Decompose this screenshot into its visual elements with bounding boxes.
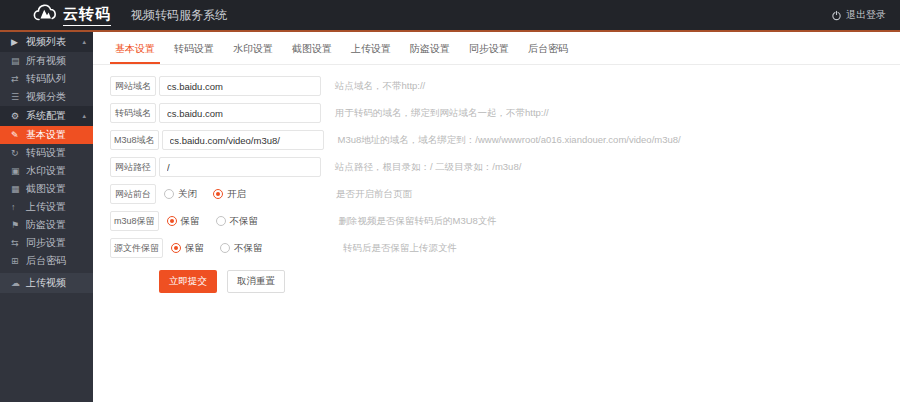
tab-screenshot-settings[interactable]: 截图设置 <box>287 38 337 64</box>
m3u8-domain-hint: M3u8地址的域名，域名绑定到：/www/wwwroot/a016.xiando… <box>338 134 681 147</box>
radio-site-front-on[interactable]: 开启 <box>213 188 246 201</box>
cloud-upload-icon: ☁ <box>11 278 24 288</box>
password-icon: ⊞ <box>11 256 24 266</box>
source-keep-label: 源文件保留 <box>110 238 163 258</box>
category-icon: ☰ <box>11 92 24 102</box>
sidebar-item-upload-video[interactable]: ☁ 上传视频 <box>0 273 93 293</box>
sidebar-item-screenshot-settings[interactable]: ▦ 截图设置 <box>0 180 93 198</box>
tab-transcode-settings[interactable]: 转码设置 <box>169 38 219 64</box>
radio-site-front-off[interactable]: 关闭 <box>164 188 197 201</box>
transcode-domain-hint: 用于转码的域名，绑定到网站域名一起，不带http:// <box>335 107 549 120</box>
submit-button[interactable]: 立即提交 <box>159 270 217 293</box>
logout-button[interactable]: 退出登录 <box>831 8 900 22</box>
watermark-icon: ▣ <box>11 166 24 176</box>
sidebar-item-transcode-settings[interactable]: ↻ 转码设置 <box>0 144 93 162</box>
source-keep-hint: 转码后是否保留上传源文件 <box>343 242 457 255</box>
radio-icon <box>164 189 174 199</box>
tab-watermark-settings[interactable]: 水印设置 <box>228 38 278 64</box>
sidebar-item-watermark-settings[interactable]: ▣ 水印设置 <box>0 162 93 180</box>
site-path-input[interactable] <box>159 157 321 177</box>
queue-icon: ⇄ <box>11 74 24 84</box>
sidebar-item-transcode-queue[interactable]: ⇄ 转码队列 <box>0 70 93 88</box>
form-row-site-front: 网站前台 关闭 开启 是否开启前台页面 <box>110 184 900 204</box>
radio-icon <box>213 189 223 199</box>
form-row-site-path: 网站路径 站点路径，根目录如：/ 二级目录如：/m3u8/ <box>110 157 900 177</box>
app-title: 视频转码服务系统 <box>131 7 227 24</box>
topbar: 云转码 视频转码服务系统 退出登录 <box>0 0 900 32</box>
chevron-up-icon: ▴ <box>82 38 86 46</box>
m3u8-keep-radio-group: 保留 不保留 <box>167 215 325 228</box>
edit-icon: ✎ <box>11 130 24 140</box>
tab-hotlink-settings[interactable]: 防盗设置 <box>405 38 455 64</box>
logo-text: 云转码 <box>63 5 111 26</box>
m3u8-domain-label: M3u8域名 <box>110 130 159 150</box>
reset-button[interactable]: 取消重置 <box>227 270 285 293</box>
site-domain-label: 网站域名 <box>110 76 156 96</box>
upload-icon: ↑ <box>11 202 24 212</box>
site-domain-hint: 站点域名，不带http:// <box>335 80 425 93</box>
radio-icon <box>171 243 181 253</box>
basic-settings-form: 网站域名 站点域名，不带http:// 转码域名 用于转码的域名，绑定到网站域名… <box>93 65 900 293</box>
transcode-domain-label: 转码域名 <box>110 103 156 123</box>
form-row-transcode-domain: 转码域名 用于转码的域名，绑定到网站域名一起，不带http:// <box>110 103 900 123</box>
sidebar-item-video-list[interactable]: ▶ 视频列表 ▴ <box>0 32 93 52</box>
tab-upload-settings[interactable]: 上传设置 <box>346 38 396 64</box>
flag-icon: ⚑ <box>11 220 24 230</box>
sidebar-item-hotlink-settings[interactable]: ⚑ 防盗设置 <box>0 216 93 234</box>
image-icon: ▦ <box>11 184 24 194</box>
transcode-domain-input[interactable] <box>159 103 321 123</box>
gear-icon: ⚙ <box>11 111 24 121</box>
sidebar-item-basic-settings[interactable]: ✎ 基本设置 <box>0 126 93 144</box>
refresh-icon: ↻ <box>11 148 24 158</box>
site-front-hint: 是否开启前台页面 <box>336 188 412 201</box>
tab-admin-password[interactable]: 后台密码 <box>523 38 573 64</box>
tab-basic-settings[interactable]: 基本设置 <box>110 38 160 64</box>
radio-source-discard[interactable]: 不保留 <box>220 242 263 255</box>
radio-icon <box>167 216 177 226</box>
sync-icon: ⇆ <box>11 238 24 248</box>
form-row-m3u8-domain: M3u8域名 M3u8地址的域名，域名绑定到：/www/wwwroot/a016… <box>110 130 900 150</box>
settings-tabbar: 基本设置 转码设置 水印设置 截图设置 上传设置 防盗设置 同步设置 后台密码 <box>93 32 900 65</box>
sidebar-item-admin-password[interactable]: ⊞ 后台密码 <box>0 252 93 270</box>
sidebar: ▶ 视频列表 ▴ ▤ 所有视频 ⇄ 转码队列 ☰ 视频分类 ⚙ 系统配置 ▴ ✎… <box>0 32 93 402</box>
radio-source-keep[interactable]: 保留 <box>171 242 204 255</box>
form-row-site-domain: 网站域名 站点域名，不带http:// <box>110 76 900 96</box>
cloud-logo-icon <box>32 3 58 27</box>
logo[interactable]: 云转码 <box>0 3 111 27</box>
site-front-label: 网站前台 <box>110 184 156 204</box>
sidebar-item-sync-settings[interactable]: ⇆ 同步设置 <box>0 234 93 252</box>
tab-sync-settings[interactable]: 同步设置 <box>464 38 514 64</box>
radio-m3u8-discard[interactable]: 不保留 <box>216 215 259 228</box>
site-path-hint: 站点路径，根目录如：/ 二级目录如：/m3u8/ <box>335 161 521 174</box>
m3u8-keep-hint: 删除视频是否保留转码后的M3U8文件 <box>339 215 497 228</box>
logout-label: 退出登录 <box>846 8 886 22</box>
form-actions: 立即提交 取消重置 <box>110 270 900 293</box>
sidebar-item-all-videos[interactable]: ▤ 所有视频 <box>0 52 93 70</box>
form-row-m3u8-keep: m3u8保留 保留 不保留 删除视频是否保留转码后的M3U8文件 <box>110 211 900 231</box>
radio-icon <box>216 216 226 226</box>
m3u8-domain-input[interactable] <box>162 130 324 150</box>
source-keep-radio-group: 保留 不保留 <box>171 242 329 255</box>
site-front-radio-group: 关闭 开启 <box>164 188 322 201</box>
radio-m3u8-keep[interactable]: 保留 <box>167 215 200 228</box>
chevron-up-icon: ▴ <box>82 112 86 120</box>
site-path-label: 网站路径 <box>110 157 156 177</box>
sidebar-item-system-config[interactable]: ⚙ 系统配置 ▴ <box>0 106 93 126</box>
radio-icon <box>220 243 230 253</box>
sidebar-item-video-category[interactable]: ☰ 视频分类 <box>0 88 93 106</box>
form-row-source-keep: 源文件保留 保留 不保留 转码后是否保留上传源文件 <box>110 238 900 258</box>
main-content: 基本设置 转码设置 水印设置 截图设置 上传设置 防盗设置 同步设置 后台密码 … <box>93 32 900 402</box>
m3u8-keep-label: m3u8保留 <box>110 211 159 231</box>
power-icon <box>831 10 842 21</box>
video-list-icon: ▶ <box>11 37 24 47</box>
all-videos-icon: ▤ <box>11 56 24 66</box>
sidebar-item-upload-settings[interactable]: ↑ 上传设置 <box>0 198 93 216</box>
site-domain-input[interactable] <box>159 76 321 96</box>
